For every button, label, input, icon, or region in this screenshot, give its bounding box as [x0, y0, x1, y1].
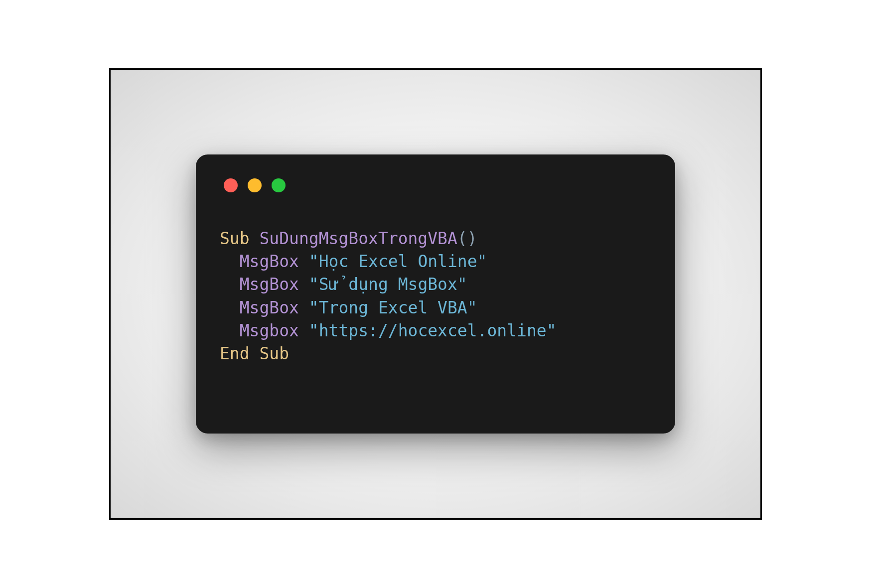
- string-literal: "Trong Excel VBA": [309, 298, 477, 317]
- code-window: Sub SuDungMsgBoxTrongVBA() MsgBox "Học E…: [196, 154, 675, 434]
- code-block: Sub SuDungMsgBoxTrongVBA() MsgBox "Học E…: [220, 227, 651, 365]
- function-name: SuDungMsgBoxTrongVBA: [259, 229, 457, 248]
- string-literal: "https://hocexcel.online": [309, 321, 557, 340]
- string-literal: "Sử dụng MsgBox": [309, 275, 467, 294]
- indent: [220, 321, 240, 340]
- maximize-icon[interactable]: [272, 178, 286, 192]
- window-controls: [224, 178, 651, 192]
- indent: [220, 275, 240, 294]
- minimize-icon[interactable]: [248, 178, 262, 192]
- msgbox-call: MsgBox: [240, 275, 299, 294]
- outer-frame: Sub SuDungMsgBoxTrongVBA() MsgBox "Học E…: [109, 68, 762, 520]
- indent: [220, 298, 240, 317]
- msgbox-call: Msgbox: [240, 321, 299, 340]
- string-literal: "Học Excel Online": [309, 252, 487, 271]
- indent: [220, 252, 240, 271]
- close-icon[interactable]: [224, 178, 238, 192]
- msgbox-call: MsgBox: [240, 298, 299, 317]
- keyword-end-sub: End Sub: [220, 344, 289, 363]
- keyword-sub: Sub: [220, 229, 250, 248]
- parentheses: (): [457, 229, 477, 248]
- msgbox-call: MsgBox: [240, 252, 299, 271]
